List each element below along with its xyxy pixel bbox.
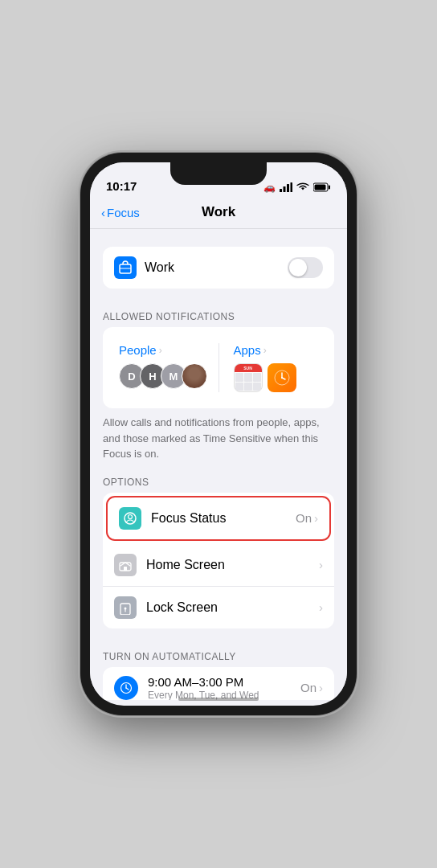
options-header: OPTIONS <box>90 472 347 493</box>
auto-clock-icon <box>114 676 138 700</box>
signal-icon <box>280 182 292 192</box>
page-title: Work <box>202 204 235 220</box>
calendar-icon: SUN <box>234 363 263 392</box>
lock-screen-row[interactable]: Lock Screen › <box>103 587 334 628</box>
car-icon: 🚗 <box>263 182 276 193</box>
focus-status-highlight: Focus Status On › <box>106 496 331 541</box>
svg-rect-3 <box>291 182 293 192</box>
auto-on-label: On <box>300 681 317 694</box>
notifications-card: People › D H M Ap <box>103 327 334 408</box>
notif-row: People › D H M Ap <box>112 337 325 399</box>
chevron-icon-home: › <box>319 558 323 571</box>
briefcase-icon <box>119 260 132 275</box>
svg-point-12 <box>281 377 283 379</box>
work-toggle-row[interactable]: Work <box>103 247 334 289</box>
chevron-icon-auto: › <box>319 681 323 694</box>
auto-text-block: 9:00 AM–3:00 PM Every Mon, Tue, and Wed <box>148 675 291 701</box>
auto-schedule-card: 9:00 AM–3:00 PM Every Mon, Tue, and Wed … <box>103 667 334 701</box>
notifications-description: Allow calls and notifications from peopl… <box>90 408 347 472</box>
work-label: Work <box>145 260 280 275</box>
svg-rect-2 <box>287 184 289 192</box>
svg-line-22 <box>126 688 129 690</box>
phone-screen: 10:17 🚗 <box>90 162 347 706</box>
focus-status-label: Focus Status <box>151 511 286 526</box>
auto-time-range: 9:00 AM–3:00 PM <box>148 675 291 689</box>
chevron-left-icon: ‹ <box>101 206 105 219</box>
battery-icon <box>313 182 331 192</box>
focus-status-container: Focus Status On › <box>103 496 334 541</box>
nav-header: ‹ Focus Work <box>90 198 347 229</box>
home-screen-icon <box>114 554 137 576</box>
content-area: Work ALLOWED NOTIFICATIONS People › <box>90 229 347 700</box>
work-icon <box>114 256 137 279</box>
svg-rect-16 <box>124 567 127 571</box>
allowed-notifications-header: ALLOWED NOTIFICATIONS <box>90 306 347 327</box>
chevron-right-icon-apps: › <box>263 345 267 356</box>
app-icons: SUN <box>234 363 319 392</box>
home-screen-label: Home Screen <box>146 558 309 572</box>
turn-on-auto-header: TURN ON AUTOMATICALLY <box>90 646 347 667</box>
svg-rect-1 <box>284 186 286 192</box>
clock-svg <box>273 369 291 387</box>
work-toggle-card: Work <box>103 247 334 289</box>
focus-status-icon <box>119 507 141 530</box>
lock-screen-icon <box>114 596 137 619</box>
status-icons: 🚗 <box>263 182 331 193</box>
wifi-icon <box>296 182 309 192</box>
people-col[interactable]: People › D H M <box>112 337 210 399</box>
apps-title: Apps › <box>234 343 319 357</box>
apps-col[interactable]: Apps › SUN <box>227 337 325 399</box>
focus-status-value: On <box>296 511 312 525</box>
focus-status-row[interactable]: Focus Status On › <box>108 497 329 539</box>
svg-point-14 <box>129 514 133 518</box>
focus-status-right: On › <box>296 511 318 525</box>
status-time: 10:17 <box>106 179 137 193</box>
home-screen-right: › <box>319 558 323 571</box>
svg-rect-0 <box>280 189 282 192</box>
home-screen-row[interactable]: Home Screen › <box>103 544 334 587</box>
work-toggle-switch[interactable] <box>288 257 323 278</box>
back-button[interactable]: ‹ Focus <box>101 206 140 219</box>
avatar-photo <box>182 363 207 389</box>
chevron-icon-lock: › <box>319 600 323 614</box>
lock-screen-label: Lock Screen <box>146 600 309 615</box>
home-indicator <box>178 698 259 701</box>
chevron-right-icon: › <box>159 345 162 356</box>
auto-right: On › <box>300 681 323 694</box>
phone-frame: 10:17 🚗 <box>80 153 357 715</box>
people-title: People › <box>119 343 204 357</box>
lock-screen-right: › <box>319 600 323 614</box>
back-label: Focus <box>107 206 140 219</box>
svg-rect-6 <box>315 185 326 190</box>
notch <box>170 162 267 185</box>
vertical-divider <box>218 343 219 392</box>
svg-rect-5 <box>329 186 330 190</box>
clock-icon <box>268 363 296 392</box>
people-avatars: D H M <box>119 363 204 389</box>
auto-schedule-row[interactable]: 9:00 AM–3:00 PM Every Mon, Tue, and Wed … <box>103 667 334 701</box>
chevron-icon-focus: › <box>314 511 318 525</box>
options-card: Focus Status On › <box>103 493 334 628</box>
